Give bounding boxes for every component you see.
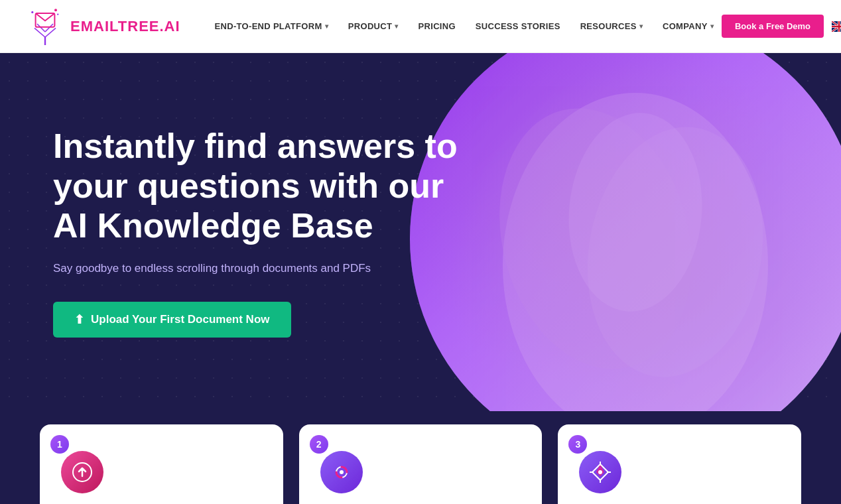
svg-point-24: [340, 470, 344, 474]
chevron-down-icon: ▾: [325, 23, 328, 30]
hands-illustration: [410, 53, 841, 411]
header-right: Book a Free Demo EN ▾: [722, 15, 841, 38]
compass-icon: [590, 462, 611, 483]
logo-text: EMAILTREE.AI: [70, 18, 180, 35]
logo-icon: [27, 8, 64, 45]
search-icon-circle: [320, 451, 363, 493]
hero-image-circle: [410, 53, 841, 411]
flag-icon: [832, 21, 841, 32]
feature-cards-section: 1 Upload your knowledge base 2: [0, 411, 841, 504]
nav-item-product[interactable]: PRODUCT ▾: [340, 16, 407, 36]
header: EMAILTREE.AI END-TO-END PLATFORM ▾ PRODU…: [0, 0, 841, 53]
card-share: 3 Share your data anywhere: [558, 424, 801, 504]
upload-icon: [72, 462, 93, 483]
chevron-down-icon: ▾: [710, 23, 714, 30]
chevron-down-icon: ▾: [639, 23, 643, 30]
upload-icon: ⬆: [74, 312, 84, 327]
cards-row: 1 Upload your knowledge base 2: [40, 411, 801, 504]
svg-point-8: [54, 9, 57, 11]
hero-section: Instantly find answers to your questions…: [0, 53, 841, 411]
nav-item-resources[interactable]: RESOURCES ▾: [572, 16, 651, 36]
nav-item-pricing[interactable]: PRICING: [411, 16, 464, 36]
step-badge-2: 2: [310, 435, 328, 454]
nav-item-success[interactable]: SUCCESS STORIES: [468, 16, 568, 36]
chevron-down-icon: ▾: [395, 23, 398, 30]
logo[interactable]: EMAILTREE.AI: [27, 8, 180, 45]
chat-icon: [331, 462, 352, 483]
language-selector[interactable]: EN ▾: [832, 21, 841, 32]
svg-point-6: [31, 11, 33, 13]
upload-icon-circle: [61, 451, 103, 493]
step-badge-1: 1: [50, 435, 69, 454]
nav-item-platform[interactable]: END-TO-END PLATFORM ▾: [207, 16, 336, 36]
svg-line-3: [37, 24, 45, 32]
card-upload: 1 Upload your knowledge base: [40, 424, 283, 504]
card-icon-area-3: [576, 451, 783, 493]
upload-document-button[interactable]: ⬆ Upload Your First Document Now: [53, 302, 291, 338]
book-demo-button[interactable]: Book a Free Demo: [722, 15, 824, 38]
nav-item-company[interactable]: COMPANY ▾: [655, 16, 722, 36]
hero-title: Instantly find answers to your questions…: [53, 127, 464, 245]
main-nav: END-TO-END PLATFORM ▾ PRODUCT ▾ PRICING …: [207, 16, 722, 36]
hero-subtitle: Say goodbye to endless scrolling through…: [53, 262, 464, 275]
svg-line-1: [34, 28, 45, 37]
svg-line-2: [45, 28, 56, 37]
card-icon-area-2: [318, 451, 524, 493]
card-icon-area-1: [58, 451, 265, 493]
svg-point-7: [57, 13, 58, 15]
svg-point-27: [598, 470, 602, 474]
hero-content: Instantly find answers to your questions…: [53, 127, 464, 337]
card-chatgpt: 2 Get responses with ChatGPT-like tool: [299, 424, 543, 504]
svg-line-4: [45, 24, 53, 32]
share-icon-circle: [579, 451, 621, 493]
